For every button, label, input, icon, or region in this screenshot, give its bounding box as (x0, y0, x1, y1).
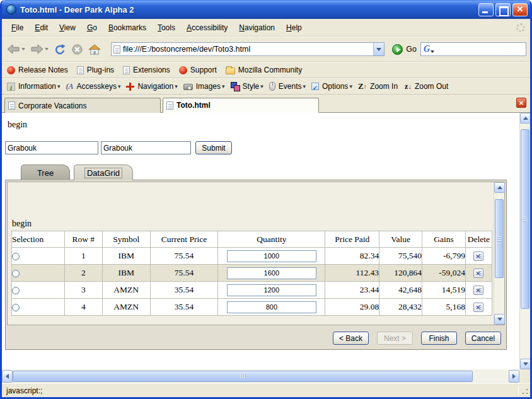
panel-scroll-track[interactable] (494, 193, 504, 314)
delete-row-icon[interactable] (473, 269, 483, 278)
menu-item[interactable]: View (54, 21, 81, 34)
status-text: javascript:; (6, 386, 42, 395)
scroll-right-icon[interactable] (509, 370, 519, 383)
main-vertical-scrollbar[interactable] (519, 113, 530, 369)
toolbar-menu-item[interactable]: Information ▾ (7, 82, 61, 91)
quantity-input[interactable] (227, 267, 316, 279)
url-dropdown-icon[interactable] (373, 43, 384, 55)
widget-tab[interactable]: Tree (21, 165, 70, 180)
menu-item[interactable]: File (6, 21, 29, 34)
row-radio-button[interactable] (12, 287, 20, 294)
next-wizard-button[interactable]: Next > (377, 332, 413, 345)
resize-grip[interactable] (521, 388, 529, 396)
stop-button[interactable] (70, 42, 84, 57)
menu-item[interactable]: Accessibility (181, 21, 233, 34)
name-field-2[interactable] (101, 141, 191, 154)
cell-current-price: 35.54 (150, 299, 218, 316)
bookmark-icon (7, 66, 15, 74)
grid-header-row: Selection Row # Symbol Current Price Qua… (12, 231, 492, 248)
search-engine-dropdown-icon[interactable] (431, 50, 434, 53)
toolbar-menu-item[interactable]: Style ▾ (231, 82, 263, 91)
scroll-left-icon[interactable] (2, 370, 13, 383)
panel-scroll-up-icon[interactable] (494, 182, 505, 193)
hscroll-track[interactable] (13, 369, 509, 383)
finish-button[interactable]: Finish (421, 332, 457, 345)
panel-scroll-down-icon[interactable] (494, 314, 505, 325)
cancel-wizard-button[interactable]: Cancel (465, 332, 501, 345)
hscroll-thumb[interactable] (13, 371, 473, 382)
cell-value: 42,648 (379, 282, 422, 299)
delete-row-icon[interactable] (473, 252, 483, 261)
content-area: begin Submit Tree DataGrid be (2, 113, 530, 369)
main-horizontal-scrollbar[interactable] (2, 369, 519, 383)
toolbar-menu-item[interactable]: Options ▾ (311, 82, 352, 91)
dropdown-caret-icon: ▾ (57, 83, 61, 90)
scroll-up-icon[interactable] (520, 113, 531, 124)
bookmark-item[interactable]: Extensions (123, 66, 170, 74)
quantity-input[interactable] (227, 301, 316, 313)
browser-tab[interactable]: Toto.html (163, 98, 319, 113)
close-button[interactable] (512, 3, 528, 16)
scroll-down-icon[interactable] (520, 359, 531, 369)
quantity-input[interactable] (227, 250, 316, 262)
browser-tab[interactable]: Corporate Vacations (4, 98, 161, 113)
delete-row-icon[interactable] (473, 286, 483, 295)
panel-scroll-thumb[interactable] (495, 199, 504, 278)
toolbar-menu-item[interactable]: Navigation ▾ (126, 82, 177, 91)
go-button[interactable]: Go (392, 44, 417, 55)
delete-row-icon[interactable] (473, 303, 483, 312)
search-input[interactable] (436, 43, 532, 55)
toolbar-menu-item[interactable]: Events ▾ (269, 82, 306, 91)
forward-button[interactable] (29, 43, 50, 55)
widget-tabs: Tree DataGrid (21, 165, 137, 180)
bookmark-item[interactable]: Mozilla Community (226, 66, 302, 74)
menu-item[interactable]: Go (81, 21, 103, 34)
bookmark-item[interactable]: Release Notes (7, 66, 68, 74)
home-button[interactable] (87, 43, 102, 56)
back-dropdown-icon[interactable] (21, 48, 25, 50)
app-globe-icon (6, 4, 16, 14)
cell-gains: 14,519 (422, 282, 466, 299)
name-field-1[interactable] (5, 141, 98, 154)
maximize-button[interactable] (495, 3, 511, 16)
menu-item[interactable]: Navigation (233, 21, 280, 34)
toolbar-menu-item[interactable]: Zoom In (358, 82, 399, 91)
forward-dropdown-icon[interactable] (45, 48, 49, 50)
google-icon[interactable]: G (421, 44, 431, 54)
widget-tab[interactable]: DataGrid (74, 165, 133, 180)
menu-item[interactable]: Edit (29, 21, 54, 34)
toolbar-item-label: Information (18, 82, 56, 91)
url-bar[interactable] (111, 42, 385, 56)
toolbar-menu-item[interactable]: Images ▾ (183, 82, 225, 91)
tab-close-button[interactable]: ✕ (516, 98, 526, 108)
dropdown-caret-icon: ▾ (260, 83, 263, 90)
submit-button[interactable]: Submit (195, 141, 232, 154)
url-input[interactable] (120, 44, 373, 54)
scroll-track[interactable] (520, 124, 530, 359)
go-icon (392, 44, 403, 55)
cell-gains: -6,799 (422, 248, 466, 265)
menu-item[interactable]: Bookmarks (103, 21, 152, 34)
reload-button[interactable] (52, 42, 67, 57)
row-radio-button[interactable] (12, 270, 20, 277)
row-radio-button[interactable] (12, 304, 20, 311)
datagrid-scroll-region: begin Selection Row # Symbol (7, 182, 505, 325)
back-wizard-button[interactable]: < Back (333, 332, 369, 345)
panel-scrollbar[interactable] (494, 182, 504, 325)
bookmark-item[interactable]: Plug-ins (77, 66, 114, 74)
quantity-input[interactable] (227, 284, 316, 296)
bookmark-item[interactable]: Support (179, 66, 217, 74)
scroll-thumb[interactable] (521, 129, 529, 309)
go-label: Go (406, 45, 417, 54)
toolbar-menu-item[interactable]: Accesskeys ▾ (66, 82, 121, 91)
cell-selection (12, 248, 65, 265)
row-radio-button[interactable] (12, 253, 20, 260)
cell-symbol: AMZN (102, 282, 150, 299)
search-box[interactable]: G (420, 42, 526, 56)
toolbar-menu-item[interactable]: Zoom Out (405, 82, 449, 91)
menu-item[interactable]: Tools (152, 21, 181, 34)
back-button[interactable] (6, 43, 26, 55)
menu-item[interactable]: Help (280, 21, 308, 34)
minimize-button[interactable] (478, 3, 494, 16)
tab-page-icon (166, 101, 173, 110)
